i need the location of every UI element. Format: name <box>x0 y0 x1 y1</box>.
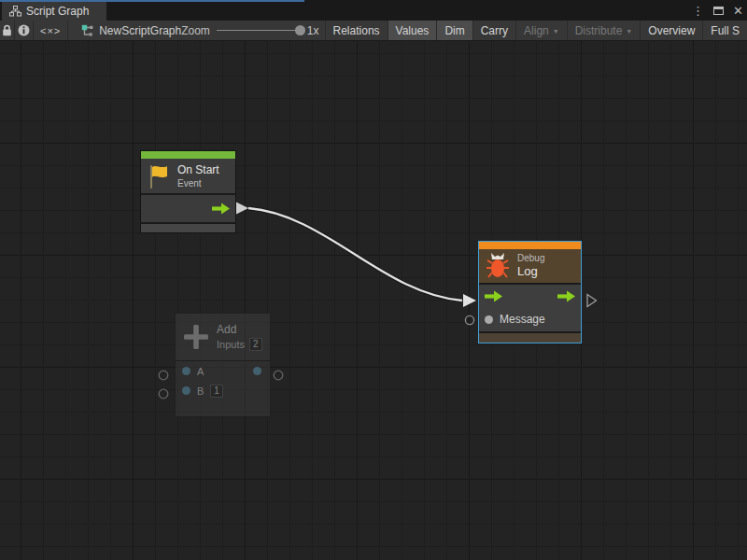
fullscreen-button[interactable]: Full S <box>702 21 747 40</box>
tab-title: Script Graph <box>26 5 89 18</box>
port-b-label: B <box>197 385 204 397</box>
message-port-label: Message <box>500 313 545 328</box>
inputs-count-field[interactable]: 2 <box>249 338 262 351</box>
port-a-dot[interactable] <box>182 367 190 375</box>
dim-button[interactable]: Dim <box>436 21 472 40</box>
add-a-outer-port-circle[interactable] <box>159 371 168 380</box>
node-title: Log <box>517 264 544 279</box>
script-graph-asset-icon <box>81 24 93 36</box>
selection-outline: Debug Log Messa <box>478 241 582 343</box>
relations-button[interactable]: Relations <box>325 21 388 40</box>
graph-name-label: NewScriptGraph <box>99 24 181 37</box>
flow-output-port[interactable] <box>212 203 230 215</box>
window-controls: ⋮ ✕ <box>692 0 743 21</box>
chevron-down-icon: ▼ <box>553 28 559 35</box>
close-icon[interactable]: ✕ <box>733 5 743 17</box>
node-title: On Start <box>177 163 219 177</box>
plus-icon <box>182 323 210 351</box>
overview-button[interactable]: Overview <box>640 21 702 40</box>
script-graph-tab[interactable]: Script Graph <box>2 2 106 21</box>
connection-layer <box>0 41 747 560</box>
carry-button[interactable]: Carry <box>472 21 515 40</box>
on-start-ports-row <box>141 195 235 222</box>
port-b-value-field[interactable]: 1 <box>210 385 223 398</box>
graph-identity: NewScriptGraph <box>68 21 181 40</box>
maximize-icon[interactable] <box>713 7 724 15</box>
result-port-dot[interactable] <box>253 367 261 375</box>
node-subtitle: Event <box>177 177 219 189</box>
port-b-dot[interactable] <box>182 386 190 395</box>
fullscreen-label: Full S <box>711 24 740 37</box>
add-header: Add Inputs 2 <box>176 314 270 360</box>
zoom-slider-knob[interactable] <box>295 25 305 35</box>
code-glyph: <×> <box>40 25 61 36</box>
graph-toolbar: <×> NewScriptGraph Zoom 1x Relations Val… <box>0 21 747 41</box>
zoom-label: Zoom <box>181 24 210 37</box>
graph-canvas[interactable]: On Start Event <box>0 41 747 560</box>
debug-output-port-triangle[interactable] <box>587 295 597 307</box>
chevron-down-icon: ▼ <box>626 28 632 35</box>
add-result-outer-port-circle[interactable] <box>274 371 283 380</box>
flow-input-port[interactable] <box>485 290 502 302</box>
zoom-slider-track[interactable] <box>217 30 301 31</box>
code-preview-button[interactable]: <×> <box>34 21 68 40</box>
flow-output-port[interactable] <box>557 290 575 302</box>
distribute-button[interactable]: Distribute ▼ <box>567 21 641 40</box>
event-accent-bar <box>141 151 235 159</box>
hierarchy-graph-icon <box>9 6 21 17</box>
toolbar-buttons: Relations Values Dim Carry Align ▼ Distr… <box>325 21 747 40</box>
script-graph-window: Script Graph ⋮ ✕ <×> <box>0 0 747 560</box>
message-port-row: Message <box>479 308 581 331</box>
node-on-start[interactable]: On Start Event <box>140 150 236 233</box>
info-icon <box>18 24 30 36</box>
flag-icon <box>148 163 170 189</box>
align-label: Align <box>524 24 549 37</box>
bug-icon <box>486 253 510 279</box>
distribute-label: Distribute <box>575 24 623 37</box>
connection-curve <box>248 208 462 301</box>
message-outer-port-circle[interactable] <box>465 315 473 324</box>
on-start-footer <box>141 224 235 232</box>
inspector-button[interactable] <box>15 21 34 40</box>
node-debug-log[interactable]: Debug Log Messa <box>479 242 581 343</box>
zoom-value-label: 1x <box>307 24 319 37</box>
message-port-dot[interactable] <box>485 315 493 324</box>
tab-strip: Script Graph ⋮ ✕ <box>0 0 747 21</box>
dim-label: Dim <box>444 24 464 37</box>
carry-label: Carry <box>481 24 508 37</box>
node-title: Add <box>217 323 262 337</box>
connection-end-arrow <box>463 294 476 307</box>
flow-connection[interactable] <box>235 202 476 307</box>
node-add[interactable]: Add Inputs 2 A B 1 <box>175 313 271 417</box>
add-b-outer-port-circle[interactable] <box>159 389 168 399</box>
overview-label: Overview <box>648 24 695 37</box>
lock-icon <box>2 24 12 36</box>
zoom-control: Zoom 1x <box>181 21 324 40</box>
debug-flow-row <box>479 285 581 308</box>
port-a-label: A <box>197 366 204 377</box>
debug-accent-bar <box>479 242 581 249</box>
port-row-a: A <box>176 361 270 381</box>
debug-log-header: Debug Log <box>479 249 581 283</box>
inputs-label: Inputs <box>217 338 245 351</box>
node-category: Debug <box>517 252 544 264</box>
relations-label: Relations <box>333 24 380 37</box>
connection-source-arrow <box>235 202 248 215</box>
values-label: Values <box>396 24 430 37</box>
more-menu-icon[interactable]: ⋮ <box>692 5 704 17</box>
values-button[interactable]: Values <box>388 21 437 40</box>
align-button[interactable]: Align ▼ <box>515 21 567 40</box>
debug-footer <box>479 333 581 343</box>
on-start-header: On Start Event <box>141 159 235 193</box>
lock-button[interactable] <box>0 21 15 40</box>
port-row-b: B 1 <box>176 381 270 400</box>
